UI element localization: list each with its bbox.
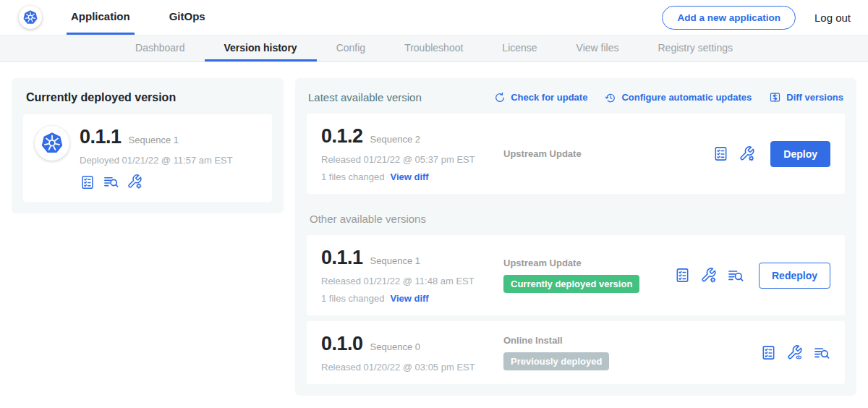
- logout-button[interactable]: Log out: [814, 12, 851, 24]
- version-source-label: Upstream Update: [503, 148, 712, 159]
- top-nav-bar: Application GitOps Add a new application…: [0, 0, 868, 35]
- release-notes-icon[interactable]: [674, 267, 691, 284]
- check-for-update-link[interactable]: Check for update: [494, 92, 587, 103]
- redeploy-button[interactable]: Redeploy: [759, 263, 830, 289]
- top-nav-tabs: Application GitOps: [67, 0, 240, 35]
- files-changed-label: 1 files changed: [321, 171, 384, 182]
- version-card-0-1-2: 0.1.2 Sequence 2 Released 01/21/22 @ 05:…: [307, 114, 845, 194]
- deployed-version-card: 0.1.1 Sequence 1 Deployed 01/21/22 @ 11:…: [23, 114, 272, 202]
- version-source-label: Upstream Update: [503, 258, 674, 268]
- tab-dashboard[interactable]: Dashboard: [116, 35, 205, 61]
- released-timestamp: Released 01/21/22 @ 11:48 am EST: [321, 276, 503, 286]
- currently-deployed-title: Currently deployed version: [26, 91, 271, 104]
- deploy-logs-icon[interactable]: [103, 174, 119, 190]
- deploy-button[interactable]: Deploy: [770, 141, 830, 167]
- check-for-update-label: Check for update: [511, 92, 587, 103]
- tab-view-files[interactable]: View files: [557, 35, 639, 61]
- view-diff-link[interactable]: View diff: [390, 171, 428, 182]
- deployed-sequence-label: Sequence 1: [129, 135, 179, 145]
- tab-version-history[interactable]: Version history: [205, 35, 317, 61]
- view-config-icon[interactable]: [786, 344, 804, 362]
- edit-config-icon[interactable]: [700, 267, 718, 284]
- release-notes-icon[interactable]: [80, 174, 95, 190]
- latest-available-title: Latest available version: [308, 91, 422, 103]
- tab-config[interactable]: Config: [317, 35, 385, 61]
- tab-registry-settings[interactable]: Registry settings: [639, 35, 752, 61]
- sequence-label: Sequence 2: [370, 134, 420, 145]
- released-timestamp: Released 01/21/22 @ 05:37 pm EST: [321, 154, 503, 165]
- edit-config-icon[interactable]: [739, 145, 756, 163]
- deploy-logs-icon[interactable]: [727, 267, 744, 284]
- deployed-version-number: 0.1.1: [80, 126, 122, 148]
- tab-license[interactable]: License: [482, 35, 556, 61]
- version-number: 0.1.2: [321, 125, 363, 148]
- previously-deployed-badge: Previously deployed: [503, 352, 609, 370]
- tab-application[interactable]: Application: [67, 0, 135, 35]
- deployed-timestamp: Deployed 01/21/22 @ 11:57 am EST: [80, 155, 233, 166]
- version-card-0-1-1: 0.1.1 Sequence 1 Released 01/21/22 @ 11:…: [307, 235, 845, 315]
- kubernetes-logo: [19, 6, 42, 29]
- version-history-panel: Latest available version Check for updat…: [295, 78, 856, 396]
- edit-config-icon[interactable]: [127, 174, 143, 190]
- currently-deployed-panel: Currently deployed version 0.1.1 Sequenc…: [12, 78, 284, 213]
- released-timestamp: Released 01/20/22 @ 03:05 pm EST: [321, 362, 503, 373]
- app-sub-nav: Dashboard Version history Config Trouble…: [0, 35, 868, 62]
- add-new-application-button[interactable]: Add a new application: [662, 6, 796, 30]
- configure-automatic-updates-label: Configure automatic updates: [621, 92, 752, 103]
- diff-versions-label: Diff versions: [786, 92, 843, 103]
- version-number: 0.1.0: [321, 333, 363, 355]
- diff-versions-link[interactable]: Diff versions: [769, 91, 843, 103]
- configure-automatic-updates-link[interactable]: Configure automatic updates: [605, 92, 752, 103]
- deploy-logs-icon[interactable]: [813, 344, 830, 362]
- version-source-label: Online Install: [503, 335, 760, 346]
- files-changed-label: 1 files changed: [321, 293, 384, 304]
- release-notes-icon[interactable]: [760, 344, 777, 361]
- currently-deployed-badge: Currently deployed version: [503, 275, 639, 293]
- app-kubernetes-logo: [35, 126, 69, 161]
- tab-gitops[interactable]: GitOps: [165, 0, 210, 35]
- version-card-0-1-0: 0.1.0 Sequence 0 Released 01/20/22 @ 03:…: [307, 321, 845, 384]
- tab-troubleshoot[interactable]: Troubleshoot: [385, 35, 482, 61]
- sequence-label: Sequence 1: [370, 255, 420, 266]
- other-available-versions-title: Other available versions: [310, 213, 843, 225]
- version-number: 0.1.1: [321, 247, 363, 269]
- release-notes-icon[interactable]: [712, 145, 729, 162]
- sequence-label: Sequence 0: [370, 341, 420, 352]
- view-diff-link[interactable]: View diff: [390, 293, 428, 304]
